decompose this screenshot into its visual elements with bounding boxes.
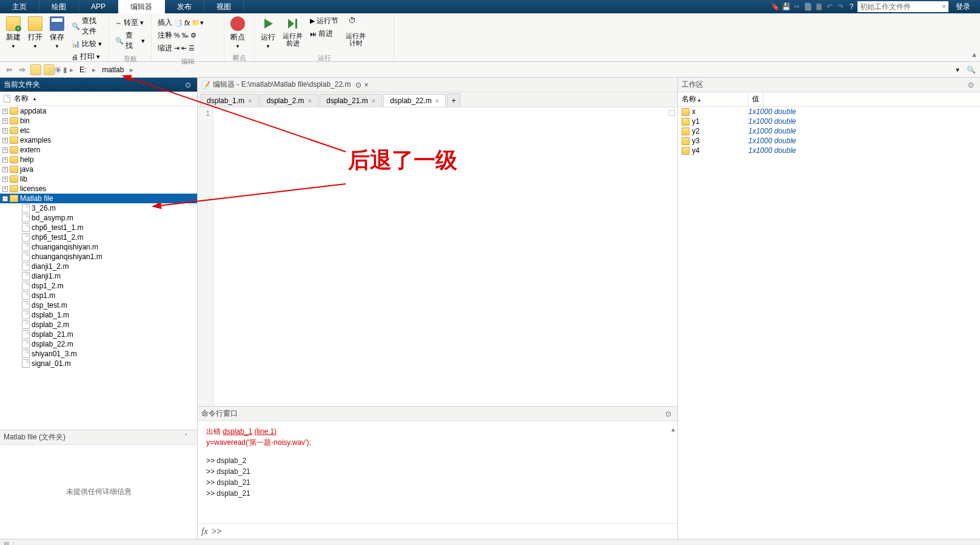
file-item[interactable]: chp6_test1_2.m (0, 232, 197, 242)
folder-item-lib[interactable]: +lib (0, 174, 197, 184)
panel-menu-icon[interactable]: ⊙ (185, 81, 193, 89)
tab-view[interactable]: 视图 (204, 0, 244, 13)
file-item[interactable]: dsp1.m (0, 291, 197, 300)
folder-item-help[interactable]: +help (0, 155, 197, 164)
code-area[interactable] (213, 107, 677, 406)
undo-icon[interactable]: ↶ (825, 2, 834, 12)
editor-close-icon[interactable]: × (364, 81, 368, 89)
workspace-columns[interactable]: 名称 ▴ 值 (678, 92, 980, 107)
login-link[interactable]: 登录 (950, 2, 976, 12)
comment-button[interactable]: 注释 % ‰ ⚙ (155, 30, 199, 41)
save-icon[interactable]: 💾 (781, 2, 791, 12)
insert-button[interactable]: 插入 📑 fx 📁▾ (155, 17, 206, 29)
shortcut-icon[interactable]: 🔖 (770, 2, 780, 12)
tab-close-icon[interactable]: × (308, 97, 312, 104)
error-file-link[interactable]: dsplab_1 (223, 427, 252, 436)
expand-icon[interactable]: + (2, 177, 8, 182)
file-item[interactable]: signal_01.m (0, 359, 197, 368)
editor-tab[interactable]: dsplab_1.m× (200, 94, 258, 107)
expand-icon[interactable]: + (2, 167, 8, 172)
run-button[interactable]: 运行▼ (258, 15, 278, 50)
find-button[interactable]: 🔍 查找 ▾ (113, 30, 147, 52)
ws-col-name[interactable]: 名称 ▴ (678, 92, 748, 106)
folder-item-java[interactable]: +java (0, 164, 197, 174)
file-item[interactable]: shiyan01_3.m (0, 349, 197, 359)
doc-search-input[interactable]: 初始工作文件件× (858, 1, 948, 12)
help-icon[interactable]: ? (847, 2, 856, 12)
path-dropdown-icon[interactable]: ▾ (952, 64, 963, 75)
file-item[interactable]: chuanganqishiyan1.m (0, 252, 197, 262)
print-button[interactable]: 🖨 打印 ▾ (69, 51, 105, 63)
tab-editor[interactable]: 编辑器 (118, 0, 165, 13)
expand-icon[interactable]: + (2, 186, 8, 192)
new-tab-button[interactable]: + (447, 93, 460, 107)
ws-col-value[interactable]: 值 (748, 92, 764, 106)
command-output[interactable]: ▴ 出错 dsplab_1 (line 1) y=waveread('第一题-n… (198, 421, 677, 523)
expand-icon[interactable]: + (2, 157, 8, 163)
detail-header[interactable]: Matlab file (文件夹)ˆ (0, 430, 197, 445)
expand-icon[interactable]: + (2, 118, 8, 124)
expand-icon[interactable]: − (2, 196, 8, 201)
file-item[interactable]: dianji1_2.m (0, 262, 197, 271)
open-button[interactable]: 打开▼ (25, 15, 45, 50)
up-icon[interactable] (30, 64, 41, 75)
file-item[interactable]: dsplab_21.m (0, 330, 197, 339)
code-editor[interactable]: 1 (198, 107, 677, 406)
workspace-var[interactable]: y41x1000 double (678, 146, 980, 155)
file-item[interactable]: bd_asymp.m (0, 213, 197, 223)
workspace-header[interactable]: 工作区 ⊙ (678, 78, 980, 92)
tab-close-icon[interactable]: × (435, 97, 439, 104)
file-item[interactable]: chp6_test1_1.m (0, 223, 197, 232)
search-icon[interactable]: 🔍 (965, 64, 976, 75)
history-icon[interactable] (44, 64, 55, 75)
workspace-var[interactable]: x1x1000 double (678, 107, 980, 117)
fwd-icon[interactable]: ⇨ (17, 64, 28, 75)
editor-menu-icon[interactable]: ⊙ (355, 81, 361, 89)
folder-column-header[interactable]: 名称▴ (0, 92, 197, 106)
cmd-menu-icon[interactable]: ⊙ (665, 410, 674, 418)
run-time-button[interactable]: ⏱运行并 计时 (343, 15, 368, 48)
file-item[interactable]: dsp_test.m (0, 300, 197, 310)
new-button[interactable]: +新建▼ (4, 15, 23, 50)
fx-icon[interactable]: fx (201, 526, 208, 537)
cmd-scroll-up-icon[interactable]: ▴ (671, 424, 675, 435)
run-section-button[interactable]: ▶ 运行节 (307, 15, 341, 27)
editor-tab[interactable]: dsplab_21.m× (320, 94, 382, 107)
workspace-var[interactable]: y31x1000 double (678, 136, 980, 146)
editor-tab[interactable]: dsplab_2.m× (260, 94, 318, 107)
expand-icon[interactable]: + (2, 128, 8, 134)
save-button[interactable]: 保存▼ (47, 15, 67, 50)
copy-icon[interactable]: 📄 (803, 2, 813, 12)
folder-item-bin[interactable]: +bin (0, 116, 197, 126)
tab-plot[interactable]: 绘图 (39, 0, 79, 13)
find-files-button[interactable]: 🔍 查找文件 (69, 15, 105, 37)
indent-button[interactable]: 缩进 ⇥ ⇤ ☰ (155, 42, 197, 54)
expand-icon[interactable]: + (2, 138, 8, 143)
file-item[interactable]: dsplab_2.m (0, 320, 197, 330)
redo-icon[interactable]: ↷ (836, 2, 845, 12)
back-icon[interactable]: ⇦ (4, 64, 15, 75)
expand-icon[interactable]: + (2, 109, 8, 114)
file-item[interactable]: 3_26.m (0, 203, 197, 213)
file-item[interactable]: dsplab_1.m (0, 310, 197, 320)
detail-collapse-icon[interactable]: ˆ (185, 433, 193, 442)
run-advance-button[interactable]: 运行并 前进 (280, 15, 305, 48)
workspace-var[interactable]: y11x1000 double (678, 117, 980, 126)
file-item[interactable]: dsp1_2.m (0, 281, 197, 291)
tab-close-icon[interactable]: × (372, 97, 375, 104)
tab-publish[interactable]: 发布 (165, 0, 204, 13)
workspace-var[interactable]: y21x1000 double (678, 126, 980, 136)
breakpoint-button[interactable]: 断点▼ (228, 15, 247, 50)
tab-app[interactable]: APP (79, 0, 118, 13)
tab-close-icon[interactable]: × (248, 97, 252, 104)
folder-tree[interactable]: +appdata+bin+etc+examples+extern+help+ja… (0, 106, 197, 430)
command-header[interactable]: 命令行窗口 ⊙ (198, 407, 677, 421)
command-prompt[interactable]: fx >> (198, 523, 677, 539)
folder-panel-header[interactable]: 当前文件夹 ⊙ (0, 78, 197, 92)
advance-button[interactable]: ⏭ 前进 (307, 28, 341, 39)
workspace-list[interactable]: x1x1000 doubley11x1000 doubley21x1000 do… (678, 107, 980, 539)
error-line-link[interactable]: (line 1) (254, 427, 277, 436)
ws-menu-icon[interactable]: ⊙ (968, 81, 976, 89)
folder-item-extern[interactable]: +extern (0, 145, 197, 155)
compare-button[interactable]: 📊 比较 ▾ (69, 38, 105, 50)
